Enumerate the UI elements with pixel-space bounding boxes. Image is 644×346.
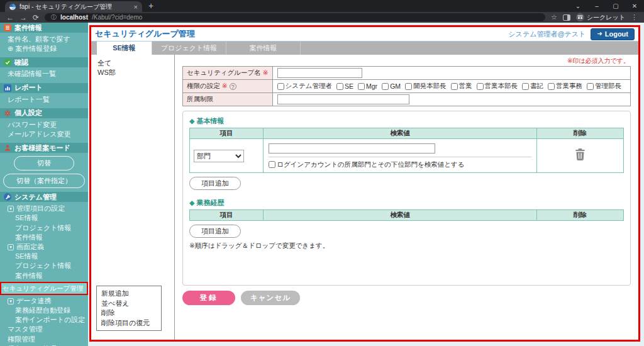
sidebar-item[interactable]: マスタ管理 — [0, 325, 88, 334]
close-button[interactable]: ✕ — [625, 3, 644, 9]
collapse-toggle-icon[interactable]: ▾ — [8, 298, 14, 304]
list-action-box: 新規追加並べ替え削除削除項目の復元 — [96, 286, 162, 331]
cancel-button[interactable]: キャンセル — [241, 291, 300, 305]
minimize-button[interactable]: – — [587, 3, 606, 9]
permission-checkbox[interactable]: システム管理者 — [277, 82, 332, 91]
help-icon[interactable]: ? — [230, 83, 236, 90]
check-icon — [4, 59, 11, 66]
permission-checkbox[interactable]: 開発本部長 — [405, 82, 447, 91]
item-select[interactable]: 部門 — [194, 150, 244, 162]
search-value-input[interactable] — [269, 143, 435, 153]
tab-2[interactable]: 案件情報 — [226, 42, 301, 55]
column-header: 削除 — [536, 128, 623, 139]
permission-checkbox[interactable]: Mgr — [358, 82, 377, 90]
site-info-icon[interactable]: ⓘ — [51, 13, 57, 21]
sidebar: 案件情報案件名、顧客で探す⊕案件情報登録確認未確認情報一覧レポートレポート一覧個… — [0, 23, 88, 346]
forward-icon[interactable]: → — [19, 14, 27, 21]
page-title: セキュリティグループ管理 — [95, 28, 195, 40]
permission-checkbox[interactable]: 書記 — [522, 82, 543, 91]
submit-button[interactable]: 登録 — [182, 291, 235, 305]
required-mark: ※ — [222, 82, 228, 89]
person-icon — [4, 144, 11, 152]
collapse-toggle-icon[interactable]: ▾ — [8, 244, 14, 250]
list-action-item[interactable]: 削除 — [101, 308, 157, 318]
maximize-button[interactable]: ▢ — [606, 3, 625, 9]
login-department-checkbox[interactable]: ログインアカウントの所属部門とその下位部門を検索値とする — [269, 160, 464, 169]
checkbox[interactable] — [522, 83, 529, 90]
sidebar-item[interactable]: プロジェクト情報 — [0, 223, 88, 233]
checkbox[interactable] — [405, 83, 412, 90]
permission-checkbox[interactable]: GM — [382, 82, 401, 90]
permission-checkbox[interactable]: 営業本部長 — [477, 82, 518, 91]
checkbox[interactable] — [336, 83, 343, 90]
address-bar: ← → ⟳ ⓘ localhost /Kabul/?cid=demo ☆ シーク… — [0, 12, 644, 23]
form-actions: 登録 キャンセル — [182, 291, 631, 305]
trash-icon[interactable] — [574, 152, 586, 163]
sidebar-switch-button[interactable]: 切替 — [14, 156, 74, 170]
sidebar-item[interactable]: SE情報 — [0, 252, 88, 261]
list-action-item[interactable]: 並べ替え — [101, 299, 157, 309]
reload-icon[interactable]: ⟳ — [33, 14, 39, 21]
sidebar-item[interactable]: ▾画面定義 — [0, 242, 88, 252]
sidebar-item[interactable]: 業務経歴自動登録 — [0, 306, 88, 315]
permission-checkbox[interactable]: 営業 — [451, 82, 472, 91]
table-header-row: 項目 検索値 削除 — [190, 210, 624, 221]
permission-checkbox[interactable]: 営業事務 — [548, 82, 582, 91]
drag-drop-note: ※順序はドラッグ＆ドロップで変更できます。 — [189, 242, 624, 250]
side-panel-icon[interactable] — [563, 14, 570, 21]
sidebar-item[interactable]: メールアドレス変更 — [0, 130, 88, 139]
sidebar-item[interactable]: レポート一覧 — [0, 95, 88, 104]
checkbox[interactable] — [548, 83, 555, 90]
permission-checkbox[interactable]: SE — [336, 82, 353, 90]
permission-checkbox[interactable]: 管理部長 — [587, 82, 621, 91]
list-action-item[interactable]: 新規追加 — [101, 289, 157, 299]
checkbox[interactable] — [277, 83, 284, 90]
security-group-name-input[interactable] — [277, 68, 362, 78]
checkbox[interactable] — [477, 83, 484, 90]
sidebar-item[interactable]: 案件情報 — [0, 271, 88, 281]
checkbox[interactable] — [587, 83, 594, 90]
checkbox[interactable] — [382, 83, 389, 90]
bookmark-star-icon[interactable]: ☆ — [551, 13, 557, 21]
collapse-toggle-icon[interactable]: ▾ — [8, 206, 14, 212]
new-tab-button[interactable]: + — [148, 1, 153, 11]
sidebar-item[interactable]: 案件情報 — [0, 233, 88, 242]
sidebar-item[interactable]: ▾管理項目の設定 — [0, 204, 88, 213]
sidebar-switch-button[interactable]: 切替（案件指定） — [3, 174, 85, 188]
tab-search-icon[interactable]: ⌄ — [569, 3, 587, 9]
sidebar-item[interactable]: 未確認情報一覧 — [0, 69, 88, 79]
add-item-button[interactable]: 項目追加 — [189, 177, 241, 190]
back-icon[interactable]: ← — [6, 14, 14, 21]
column-header: 検索値 — [264, 128, 537, 139]
checkbox[interactable] — [269, 161, 275, 168]
sidebar-item[interactable]: パスワード変更 — [0, 120, 88, 130]
tab-0[interactable]: SE情報 — [97, 42, 152, 55]
table-row: セキュリティグループ名※ — [183, 67, 631, 80]
browser-tab[interactable]: fapi - セキュリティグループ管理 × — [5, 1, 142, 12]
sidebar-item[interactable]: ⊕案件情報登録 — [0, 44, 88, 53]
user-label: システム管理者@テスト — [508, 30, 586, 39]
tab-1[interactable]: プロジェクト情報 — [152, 42, 226, 55]
incognito-icon — [576, 13, 584, 21]
url-field[interactable]: ⓘ localhost /Kabul/?cid=demo — [45, 13, 545, 21]
sidebar-item[interactable]: プロジェクト情報 — [0, 261, 88, 271]
sidebar-item[interactable]: 権限管理 — [0, 335, 88, 344]
checkbox[interactable] — [451, 83, 458, 90]
checkbox[interactable] — [358, 83, 365, 90]
table-row: 部門 ログインアカウントの所属部門とその下位部門を検索値とする — [190, 139, 624, 173]
sidebar-item[interactable]: SE情報 — [0, 213, 88, 223]
sidebar-item[interactable]: ▾データ連携 — [0, 296, 88, 306]
add-item-button[interactable]: 項目追加 — [189, 225, 241, 238]
list-action-item[interactable]: 削除項目の復元 — [101, 318, 157, 328]
tab-close-icon[interactable]: × — [134, 4, 138, 10]
sidebar-item-current[interactable]: セキュリティグループ管理 — [0, 282, 88, 295]
group-list-item[interactable]: 全て — [97, 59, 174, 68]
logout-button[interactable]: ➜ Logout — [591, 28, 635, 40]
sidebar-item[interactable]: 案件名、顧客で探す — [0, 35, 88, 44]
browser-menu-icon[interactable]: ⋮ — [631, 13, 638, 21]
group-list-item[interactable]: WS部 — [97, 68, 174, 77]
affiliation-limit-input[interactable] — [277, 94, 409, 104]
sidebar-item[interactable]: 案件インポートの設定 — [0, 315, 88, 325]
group-list: 全てWS部 — [91, 55, 174, 77]
field-label: セキュリティグループ名※ — [183, 67, 273, 80]
